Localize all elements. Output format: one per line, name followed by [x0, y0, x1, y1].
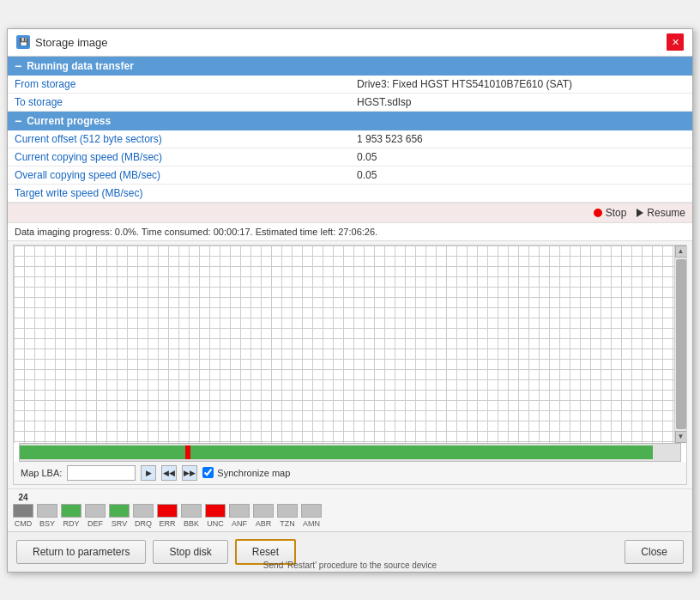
progress-value-2: 0.05	[350, 166, 692, 184]
progress-label-1: Current copying speed (MB/sec)	[8, 148, 350, 166]
progress-value-0: 1 953 523 656	[350, 130, 692, 148]
stop-button[interactable]: Stop	[594, 207, 627, 219]
reset-tooltip: Send 'Restart' procedure to the source d…	[263, 561, 437, 570]
sync-checkbox-wrapper: Synchronize map	[202, 467, 290, 478]
legend-bbk: BBK	[181, 502, 202, 528]
from-storage-row: From storage Drive3: Fixed HGST HTS54101…	[8, 76, 692, 94]
legend-def-box	[85, 504, 106, 518]
legend-unc-label: UNC	[207, 519, 224, 528]
minimap-bar	[19, 443, 681, 462]
legend-amn: AMN	[301, 502, 322, 528]
progress-row-0: Current offset (512 byte sectors) 1 953 …	[8, 130, 692, 148]
map-scrollbar-vertical: ▲ ▼	[674, 245, 686, 443]
legend-rdy: RDY	[61, 502, 81, 528]
progress-value-3	[350, 184, 692, 202]
legend-amn-label: AMN	[303, 519, 320, 528]
legend-abr-box	[253, 504, 274, 518]
collapse-progress-icon[interactable]: −	[15, 114, 21, 128]
reset-wrapper: Reset Send 'Restart' procedure to the so…	[235, 539, 296, 565]
from-storage-value: Drive3: Fixed HGST HTS541010B7E610 (SAT)	[350, 76, 692, 94]
map-grid	[14, 245, 686, 443]
map-lba-label: Map LBA:	[21, 468, 62, 478]
running-transfer-header: − Running data transfer	[8, 57, 692, 76]
scroll-up-button[interactable]: ▲	[675, 245, 687, 258]
status-text: Data imaging progress: 0.0%. Time consum…	[15, 227, 377, 237]
legend-rdy-label: RDY	[63, 519, 79, 528]
map-lba-input[interactable]	[67, 465, 136, 481]
legend-bbk-box	[181, 504, 202, 518]
from-storage-label: From storage	[8, 76, 350, 94]
legend-tzn: TZN	[277, 502, 298, 528]
map-prev-button[interactable]: ◀◀	[161, 465, 177, 481]
minimap-green-section2	[190, 445, 653, 459]
scroll-thumb[interactable]	[676, 259, 686, 429]
legend-anf-box	[229, 504, 250, 518]
legend-def-label: DEF	[88, 519, 103, 528]
map-wrapper: ▲ ▼	[14, 245, 686, 443]
map-play-button[interactable]: ▶	[141, 465, 156, 481]
legend-drq: DRQ	[133, 502, 154, 528]
legend-tzn-box	[277, 504, 298, 518]
legend-srv-box	[109, 504, 130, 518]
legend-cmd: 24 CMD	[13, 493, 33, 528]
legend-err-label: ERR	[159, 519, 175, 528]
legend-abr: ABR	[253, 502, 274, 528]
current-progress-header: − Current progress	[8, 112, 692, 130]
progress-value-1: 0.05	[350, 148, 692, 166]
legend-rdy-box	[61, 504, 81, 518]
to-storage-row: To storage HGST.sdlsp	[8, 93, 692, 111]
legend-anf-label: ANF	[232, 519, 247, 528]
main-window: 💾 Storage image ✕ − Running data transfe…	[7, 28, 693, 573]
legend-cmd-label: CMD	[15, 519, 33, 528]
legend-bar: 24 CMD BSY RDY DEF SRV	[8, 488, 692, 531]
legend-tzn-label: TZN	[280, 519, 295, 528]
title-bar: 💾 Storage image ✕	[8, 29, 692, 57]
content-area: − Running data transfer From storage Dri…	[8, 57, 692, 572]
legend-bsy: BSY	[37, 502, 57, 528]
legend-unc: UNC	[205, 502, 226, 528]
legend-anf: ANF	[229, 502, 250, 528]
legend-err: ERR	[157, 502, 178, 528]
map-controls: Map LBA: ▶ ◀◀ ▶▶ Synchronize map	[14, 462, 686, 484]
close-window-button[interactable]: ✕	[667, 33, 684, 51]
controls-bar: Stop Resume	[8, 203, 692, 223]
app-icon: 💾	[16, 35, 30, 49]
resume-button[interactable]: Resume	[637, 207, 685, 219]
legend-cmd-count: 24	[18, 493, 27, 502]
running-transfer-table: From storage Drive3: Fixed HGST HTS54101…	[8, 76, 692, 112]
collapse-icon[interactable]: −	[15, 59, 21, 73]
stop-disk-button[interactable]: Stop disk	[153, 540, 227, 564]
legend-cmd-box	[13, 504, 33, 518]
legend-bsy-label: BSY	[39, 519, 55, 528]
legend-bbk-label: BBK	[184, 519, 199, 528]
progress-row-3: Target write speed (MB/sec)	[8, 184, 692, 202]
legend-abr-label: ABR	[256, 519, 272, 528]
progress-row-1: Current copying speed (MB/sec) 0.05	[8, 148, 692, 166]
bottom-buttons-left: Return to parameters Stop disk Reset Sen…	[16, 539, 296, 565]
return-to-parameters-button[interactable]: Return to parameters	[16, 540, 146, 564]
legend-err-box	[157, 504, 178, 518]
legend-def: DEF	[85, 502, 106, 528]
to-storage-label: To storage	[8, 93, 350, 111]
legend-drq-label: DRQ	[135, 519, 152, 528]
map-next-button[interactable]: ▶▶	[182, 465, 197, 481]
legend-amn-box	[301, 504, 322, 518]
progress-row-2: Overall copying speed (MB/sec) 0.05	[8, 166, 692, 184]
scroll-down-button[interactable]: ▼	[675, 431, 687, 443]
resume-triangle-icon	[637, 209, 643, 217]
stop-dot-icon	[594, 209, 602, 217]
to-storage-value: HGST.sdlsp	[350, 93, 692, 111]
progress-label-3: Target write speed (MB/sec)	[8, 184, 350, 202]
progress-label-0: Current offset (512 byte sectors)	[8, 130, 350, 148]
sync-checkbox[interactable]	[202, 467, 214, 478]
close-button[interactable]: Close	[625, 540, 684, 564]
window-title: Storage image	[35, 36, 108, 49]
progress-label-2: Overall copying speed (MB/sec)	[8, 166, 350, 184]
progress-table: Current offset (512 byte sectors) 1 953 …	[8, 130, 692, 203]
legend-drq-box	[133, 504, 154, 518]
legend-bsy-box	[37, 504, 57, 518]
legend-srv-label: SRV	[112, 519, 127, 528]
bottom-buttons: Return to parameters Stop disk Reset Sen…	[8, 531, 692, 572]
minimap-green-section	[20, 445, 185, 459]
legend-srv: SRV	[109, 502, 130, 528]
